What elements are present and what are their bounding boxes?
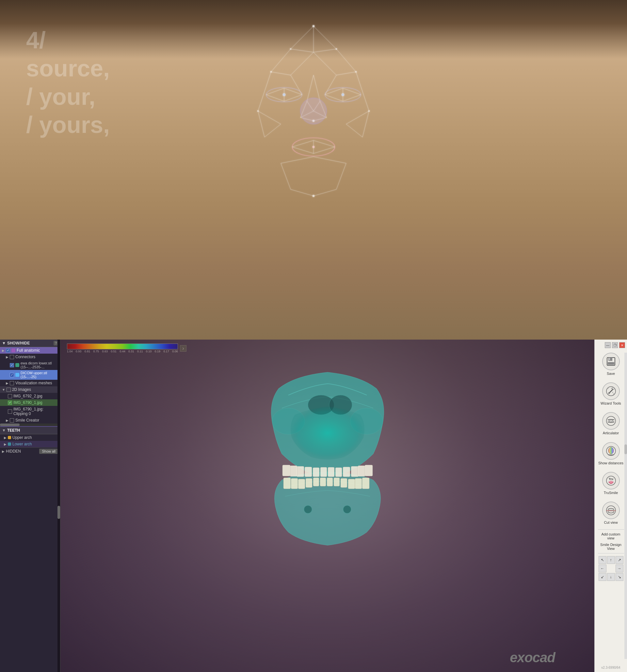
save-toolbar-item[interactable]: Save bbox=[596, 350, 626, 379]
tree-connectors[interactable]: ▶ Connectors bbox=[0, 354, 60, 360]
svg-line-0 bbox=[291, 26, 314, 49]
svg-line-54 bbox=[325, 75, 336, 95]
checkbox-connectors[interactable] bbox=[10, 355, 14, 359]
label-lower-arch: Lower arch bbox=[13, 442, 32, 447]
checkbox-img6790-1[interactable] bbox=[8, 401, 12, 405]
svg-line-18 bbox=[325, 88, 343, 95]
checkbox-dicom-upper[interactable] bbox=[10, 373, 14, 377]
dental-model bbox=[230, 356, 426, 617]
tree-ewa-dicom-lower[interactable]: ewa dicom lower.stl (15--...-2535-... bbox=[0, 360, 60, 370]
label-hidden: HIDDEN bbox=[6, 449, 21, 454]
checkbox-img6790-clip[interactable] bbox=[8, 409, 12, 414]
svg-point-61 bbox=[290, 48, 291, 50]
nav-up[interactable]: ↑ bbox=[607, 556, 615, 564]
tree-smile-creator[interactable]: ▶ Smile Creator bbox=[0, 417, 60, 424]
teeth-section-header: ▼ TEETH bbox=[0, 426, 60, 434]
tree-upper-arch[interactable]: ▶ Upper arch bbox=[0, 434, 60, 441]
checkbox-viz[interactable] bbox=[10, 381, 14, 385]
svg-line-15 bbox=[284, 95, 302, 101]
cutview-icon-circle bbox=[602, 502, 620, 519]
svg-rect-89 bbox=[327, 478, 333, 486]
svg-line-1 bbox=[314, 26, 336, 49]
color-ewa-dicom bbox=[15, 363, 19, 367]
expand-full-anatomic: ▶ bbox=[2, 349, 5, 352]
minimize-button[interactable]: — bbox=[605, 342, 611, 348]
svg-line-24 bbox=[314, 75, 320, 101]
show-distances-toolbar-item[interactable]: Show distances bbox=[596, 439, 626, 468]
color-upper-arch bbox=[8, 436, 11, 439]
articulator-label: Articulator bbox=[603, 431, 619, 435]
nav-up-left[interactable]: ↖ bbox=[599, 556, 606, 564]
save-icon-circle bbox=[602, 353, 620, 370]
svg-rect-86 bbox=[306, 478, 312, 487]
nav-left[interactable]: ← bbox=[599, 565, 606, 572]
main-viewport[interactable]: 1.04 0.93 0.81 0.75 0.63 0.51 0.44 0.31 … bbox=[61, 340, 594, 672]
nav-down-right[interactable]: ↘ bbox=[616, 573, 623, 581]
svg-rect-85 bbox=[365, 465, 372, 476]
checkbox-smile[interactable] bbox=[10, 418, 14, 423]
tree-lower-arch[interactable]: ▶ Lower arch bbox=[0, 441, 60, 447]
expand-2d: ▼ bbox=[2, 388, 5, 391]
nav-down[interactable]: ↓ bbox=[607, 573, 615, 581]
toolbar-scroll-thumb[interactable] bbox=[624, 445, 627, 454]
tree-full-anatomic[interactable]: ▶ Full anatomic bbox=[0, 347, 60, 354]
articulator-toolbar-item[interactable]: Articulator bbox=[596, 409, 626, 438]
checkbox-ewa-dicom[interactable] bbox=[10, 363, 14, 367]
sidebar-scroll-thumb[interactable] bbox=[57, 506, 60, 519]
svg-point-105 bbox=[608, 388, 609, 389]
toolbar-scrollbar[interactable] bbox=[624, 353, 627, 659]
tree-viz-meshes[interactable]: ▶ Visualization meshes bbox=[0, 380, 60, 386]
checkbox-2d[interactable] bbox=[6, 388, 11, 392]
svg-line-41 bbox=[314, 140, 335, 147]
svg-rect-80 bbox=[296, 466, 304, 477]
svg-point-60 bbox=[313, 195, 314, 197]
sidebar-scroll[interactable] bbox=[57, 340, 60, 672]
svg-rect-81 bbox=[351, 466, 359, 477]
tree-img-6792[interactable]: IMG_6792_2.jpg bbox=[0, 393, 60, 399]
svg-line-20 bbox=[325, 95, 343, 101]
nav-right[interactable]: → bbox=[616, 565, 623, 572]
expand-upper-arch: ▶ bbox=[4, 436, 6, 439]
svg-rect-112 bbox=[612, 421, 613, 423]
horizontal-scrollbar[interactable] bbox=[0, 424, 60, 426]
distances-icon bbox=[605, 445, 617, 457]
svg-line-12 bbox=[266, 88, 284, 95]
tree-img-6790-clip[interactable]: IMG_6790_1.jpg: Clipping 0 bbox=[0, 406, 60, 417]
add-custom-view-button[interactable]: Add custom view bbox=[595, 531, 627, 542]
tree-2d-images[interactable]: ▼ 2D Images bbox=[0, 386, 60, 393]
wizard-tools-toolbar-item[interactable]: Wizard Tools bbox=[596, 380, 626, 408]
svg-rect-107 bbox=[609, 419, 610, 421]
restore-button[interactable]: ❐ bbox=[612, 342, 618, 348]
checkbox-full-anatomic[interactable] bbox=[6, 349, 10, 353]
cut-view-toolbar-item[interactable]: Cut view bbox=[596, 499, 626, 527]
svg-line-10 bbox=[336, 72, 356, 75]
tree-dicom-upper[interactable]: DICOM upper.stl (15-...-25) bbox=[0, 370, 60, 380]
save-icon bbox=[606, 356, 616, 367]
nav-up-right[interactable]: ↗ bbox=[616, 556, 623, 564]
svg-rect-82 bbox=[290, 465, 297, 476]
facial-mesh-overlay bbox=[199, 0, 428, 340]
label-img6790-1: IMG_6790_1.jpg bbox=[14, 400, 43, 405]
trusmile-toolbar-item[interactable]: Tru TruSmile bbox=[596, 469, 626, 498]
face-overlay-text: 4/ source, / your, / yours, bbox=[26, 26, 110, 139]
svg-line-45 bbox=[281, 157, 314, 163]
svg-line-7 bbox=[291, 52, 314, 75]
smile-design-view-button[interactable]: Smile Design View bbox=[595, 542, 627, 552]
svg-point-115 bbox=[608, 447, 613, 454]
nav-down-left[interactable]: ↙ bbox=[599, 573, 606, 581]
svg-point-66 bbox=[368, 111, 370, 112]
svg-point-72 bbox=[304, 505, 312, 513]
version-text: v2.3-6990/64 bbox=[601, 666, 620, 669]
svg-rect-88 bbox=[320, 478, 326, 486]
svg-rect-92 bbox=[298, 479, 305, 489]
checkbox-img6792[interactable] bbox=[8, 394, 12, 399]
show-hide-expand: ▼ bbox=[2, 341, 6, 345]
close-button[interactable]: ✕ bbox=[619, 342, 625, 348]
svg-line-48 bbox=[336, 163, 346, 189]
svg-line-6 bbox=[336, 49, 356, 72]
scroll-thumb-h[interactable] bbox=[0, 424, 20, 426]
tree-img-6790-1[interactable]: IMG_6790_1.jpg bbox=[0, 399, 60, 406]
show-hide-header[interactable]: ▼ SHOW/HIDE ? bbox=[0, 340, 60, 347]
svg-point-67 bbox=[300, 98, 327, 124]
show-all-button[interactable]: Show all bbox=[39, 449, 58, 454]
